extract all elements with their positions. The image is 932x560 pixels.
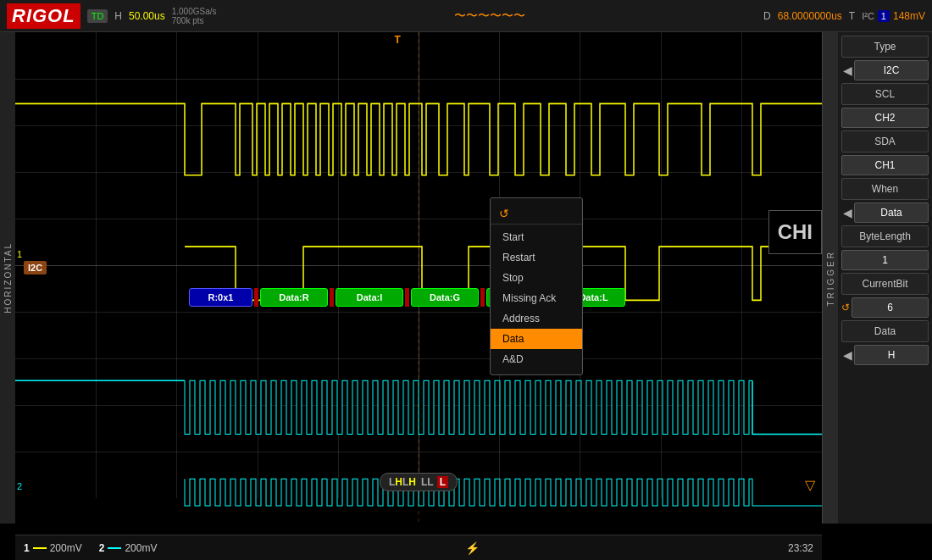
current-bit-icon[interactable]: ↺: [841, 302, 850, 313]
sep-3: [405, 288, 409, 307]
ch2-number: 2: [99, 542, 105, 554]
decode-data-i[interactable]: Data:I: [336, 288, 403, 307]
type-arrow-left[interactable]: ◀: [841, 64, 854, 77]
lhlh-bar: L H L H L L L: [380, 473, 458, 491]
ch1-indicator: 1 200mV: [24, 542, 82, 554]
sda-value: CH1: [841, 155, 929, 175]
sda-label: SDA: [841, 130, 929, 152]
trigger-menu: Type ◀ I2C SCL CH2 SDA CH1 When ◀ Data B…: [838, 32, 932, 371]
when-arrow-left[interactable]: ◀: [841, 206, 854, 219]
data-value: H: [854, 345, 929, 365]
usb-icon: ⚡: [465, 541, 480, 555]
coupling-label: H: [114, 10, 122, 22]
menu-item-address[interactable]: Address: [491, 308, 582, 329]
type-row: ◀ I2C: [841, 60, 929, 80]
data-arrow-left[interactable]: ◀: [841, 348, 854, 362]
top-bar: RIGOL TD H 50.00us 1.000GSa/s 700k pts 〜…: [0, 0, 932, 32]
ch1-number: 1: [24, 542, 30, 554]
delay-value: 68.0000000us: [778, 10, 842, 22]
trigger-panel: TRIGGER Type ◀ I2C SCL CH2 SDA CH1 When …: [822, 32, 932, 524]
when-label: When: [841, 178, 929, 200]
ch2-line: [108, 547, 121, 549]
svg-text:1: 1: [17, 248, 22, 258]
menu-item-missing-ack[interactable]: Missing Ack: [491, 288, 582, 308]
menu-icon: ↺: [491, 203, 582, 225]
trigger-info: I²C 1 148mV: [862, 10, 925, 22]
trig-ch-badge: 1: [878, 10, 890, 22]
horizontal-label: HORIZONTAL: [0, 32, 15, 524]
sep-2: [330, 288, 334, 307]
decode-addr[interactable]: R:0x1: [189, 288, 252, 307]
svg-text:2: 2: [17, 481, 22, 491]
byte-length-label: ByteLength: [841, 225, 929, 247]
rigol-logo: RIGOL: [7, 3, 80, 29]
when-row[interactable]: ◀ Data: [841, 202, 929, 223]
scl-value: CH2: [841, 108, 929, 128]
scope-arrow-down[interactable]: ▽: [805, 477, 815, 493]
sample-pts: 700k pts: [172, 16, 217, 25]
menu-item-start[interactable]: Start: [491, 227, 582, 247]
sep-1: [254, 288, 258, 307]
waveform-display: 1 2: [15, 32, 822, 524]
delay-label: D: [763, 10, 771, 22]
type-label: Type: [841, 36, 929, 58]
i2c-badge: I2C: [24, 261, 47, 274]
ch1-scale: 200mV: [50, 542, 82, 554]
sep-4: [480, 288, 485, 307]
menu-item-data[interactable]: Data: [491, 329, 582, 349]
scope-area[interactable]: 1 2 T I2C R:0x1 Data:R Data:I Data:G Dat…: [15, 32, 822, 524]
trigger-label: TRIGGER: [823, 32, 838, 524]
current-bit-value: 6: [852, 297, 929, 318]
timebase-value[interactable]: 50.00us: [129, 10, 165, 22]
trigger-wave-icon: 〜〜〜〜〜〜: [454, 8, 525, 22]
chi-label: CHI: [768, 210, 822, 254]
trig-type-label: I²C: [862, 11, 874, 21]
ch2-indicator: 2 200mV: [99, 542, 158, 554]
mode-badge: TD: [87, 9, 108, 23]
ch2-scale: 200mV: [125, 542, 157, 554]
byte-length-value: 1: [841, 250, 929, 270]
menu-item-stop[interactable]: Stop: [491, 268, 582, 288]
type-value: I2C: [854, 60, 929, 80]
trig-level-value: 148mV: [893, 10, 925, 22]
sample-rate: 1.000GSa/s: [172, 7, 217, 16]
decode-data-r[interactable]: Data:R: [260, 288, 328, 307]
menu-item-restart[interactable]: Restart: [491, 247, 582, 268]
trigger-t-marker: T: [394, 34, 400, 46]
current-bit-row: ↺ 6: [841, 297, 929, 318]
scl-label: SCL: [841, 83, 929, 105]
decode-data-g[interactable]: Data:G: [411, 288, 479, 307]
bottom-bar: 1 200mV 2 200mV ⚡ 23:32: [15, 535, 822, 560]
data-row[interactable]: ◀ H: [841, 345, 929, 365]
data-label: Data: [841, 320, 929, 342]
menu-item-and[interactable]: A&D: [491, 349, 582, 369]
ch1-line: [33, 547, 47, 549]
current-bit-label: CurrentBit: [841, 273, 929, 295]
trigger-pos-label: T: [849, 10, 855, 22]
when-dropdown[interactable]: ↺ Start Restart Stop Missing Ack Address…: [490, 197, 583, 375]
when-value: Data: [854, 202, 929, 223]
clock-display: 23:32: [788, 542, 813, 554]
